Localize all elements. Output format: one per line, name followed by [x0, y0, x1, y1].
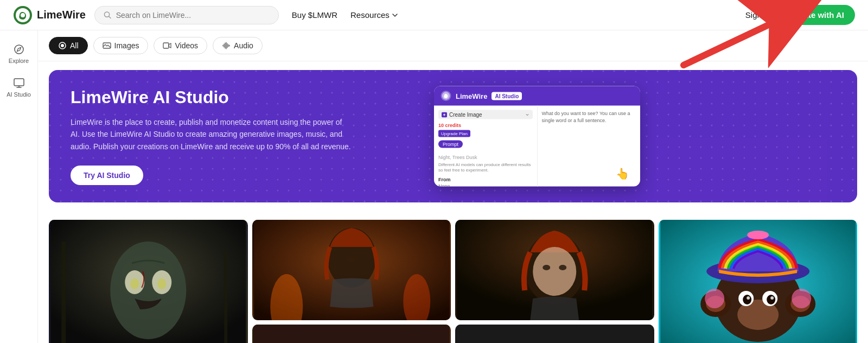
banner-mockup-area: LimeWire AI Studio Create Image — [374, 70, 656, 202]
nav-resources[interactable]: Resources — [350, 10, 398, 20]
svg-point-48 — [705, 289, 724, 308]
limewire-logo-icon — [13, 5, 33, 25]
grid-item-monkey[interactable] — [659, 220, 858, 343]
create-with-ai-button[interactable]: Create with AI — [780, 5, 855, 25]
grid-item-zombie[interactable] — [49, 220, 248, 343]
svg-point-20 — [130, 278, 139, 289]
mockup-from-label: From — [438, 176, 533, 182]
svg-point-43 — [767, 295, 775, 304]
svg-point-44 — [746, 296, 750, 300]
sign-in-button[interactable]: Sign In — [745, 10, 771, 20]
mockup-studio-badge: AI Studio — [492, 92, 522, 100]
banner-text: LimeWire AI Studio LimeWire is the place… — [49, 70, 374, 202]
try-ai-studio-button[interactable]: Try AI Studio — [71, 166, 143, 185]
svg-rect-4 — [14, 79, 24, 86]
svg-point-42 — [743, 295, 751, 304]
sidebar: Explore AI Studio — [0, 30, 38, 343]
grid-item-warrior1-small[interactable] — [252, 325, 451, 343]
svg-point-2 — [21, 13, 25, 17]
mockup-credits: 10 credits — [438, 123, 533, 128]
mockup-prompt-note: Night, Trees Dusk — [438, 155, 533, 160]
mockup-create-row: Create Image — [438, 110, 533, 119]
nav-buy-lmwr[interactable]: Buy $LMWR — [292, 10, 337, 20]
svg-point-49 — [792, 289, 811, 308]
content: All Images Videos Audio — [38, 30, 868, 343]
mockup-card: LimeWire AI Studio Create Image — [434, 86, 640, 187]
audio-icon — [222, 41, 231, 50]
video-icon — [163, 41, 171, 50]
filter-bar: All Images Videos Audio — [38, 30, 868, 61]
banner: LimeWire AI Studio LimeWire is the place… — [49, 70, 857, 202]
search-input[interactable] — [116, 11, 270, 20]
nav-links: Buy $LMWR Resources — [292, 10, 398, 20]
sidebar-ai-studio-label: AI Studio — [7, 91, 31, 98]
logo-text: LimeWire — [37, 9, 86, 21]
search-icon — [104, 11, 112, 20]
logo[interactable]: LimeWire — [13, 5, 86, 25]
search-bar[interactable] — [94, 6, 279, 24]
mockup-info-text: Different AI models can produce differen… — [438, 162, 533, 174]
mockup-right-panel: What do you want to see? You can use a s… — [538, 106, 641, 187]
mockup-header: LimeWire AI Studio — [434, 86, 640, 106]
svg-point-6 — [61, 44, 64, 47]
svg-point-45 — [770, 296, 774, 300]
svg-rect-15 — [61, 242, 66, 343]
sidebar-explore-label: Explore — [9, 58, 29, 64]
all-icon — [58, 41, 67, 50]
svg-point-29 — [533, 247, 576, 296]
filter-images[interactable]: Images — [93, 37, 149, 54]
grid-item-warrior1[interactable] — [252, 220, 451, 320]
filter-audio[interactable]: Audio — [213, 37, 263, 54]
mockup-from-value: None — [438, 183, 533, 186]
grid-item-warrior2[interactable] — [455, 220, 654, 320]
mockup-upgrade: Upgrade Plan — [438, 130, 470, 137]
sidebar-item-ai-studio[interactable]: AI Studio — [3, 73, 35, 102]
image-icon — [103, 41, 111, 50]
svg-point-30 — [542, 265, 550, 270]
header-right: Sign In Create with AI — [745, 5, 855, 25]
chevron-down-icon — [392, 12, 398, 18]
banner-description: LimeWire is the place to create, publish… — [71, 116, 353, 153]
grid-item-portrait-small[interactable] — [455, 325, 654, 343]
svg-point-31 — [559, 265, 566, 270]
compass-icon — [13, 43, 25, 55]
filter-all[interactable]: All — [49, 37, 88, 54]
svg-rect-32 — [457, 325, 652, 343]
filter-videos[interactable]: Videos — [154, 37, 207, 54]
banner-title: LimeWire AI Studio — [71, 87, 353, 107]
grid-col-2 — [252, 220, 451, 343]
svg-point-21 — [157, 278, 166, 289]
image-grid — [38, 211, 868, 343]
mockup-prompt-tab: Prompt — [438, 141, 463, 148]
mockup-body: Create Image 10 credits Upgrade Plan Pro… — [434, 106, 640, 187]
svg-point-17 — [110, 242, 186, 339]
grid-col-3 — [455, 220, 654, 343]
mockup-left-panel: Create Image 10 credits Upgrade Plan Pro… — [434, 106, 538, 187]
mockup-bottom-text: What do you want to see? You can use a s… — [542, 110, 636, 124]
svg-rect-16 — [224, 252, 227, 343]
main-layout: Explore AI Studio All — [0, 30, 868, 343]
mockup-logo: LimeWire — [456, 92, 487, 100]
svg-rect-26 — [254, 325, 449, 343]
monitor-icon — [13, 77, 25, 89]
header: LimeWire Buy $LMWR Resources Sign In Cre… — [0, 0, 868, 30]
sidebar-item-explore[interactable]: Explore — [3, 39, 35, 68]
svg-point-47 — [747, 231, 769, 239]
svg-rect-8 — [163, 43, 169, 48]
